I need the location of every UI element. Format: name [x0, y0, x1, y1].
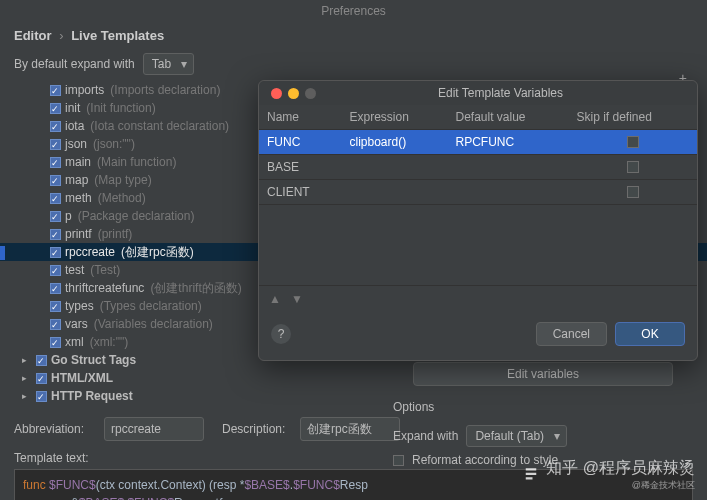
- enable-checkbox[interactable]: [50, 337, 61, 348]
- zhihu-icon: [522, 466, 540, 484]
- watermark: 知乎 @程序员麻辣烫 @稀金技术社区: [522, 458, 695, 492]
- col-name[interactable]: Name: [259, 105, 342, 130]
- breadcrumb: Editor › Live Templates: [0, 22, 707, 49]
- enable-checkbox[interactable]: [50, 103, 61, 114]
- table-row[interactable]: FUNCclipboard()RPCFUNC: [259, 130, 697, 155]
- chevron-right-icon: ▸: [22, 389, 32, 404]
- reformat-checkbox[interactable]: [393, 455, 404, 466]
- skip-checkbox[interactable]: [627, 161, 639, 173]
- dialog-ok-button[interactable]: OK: [615, 322, 685, 346]
- abbreviation-label: Abbreviation:: [14, 422, 96, 436]
- enable-checkbox[interactable]: [50, 211, 61, 222]
- enable-checkbox[interactable]: [36, 373, 47, 384]
- minimize-icon[interactable]: [288, 88, 299, 99]
- preferences-title: Preferences: [0, 0, 707, 22]
- enable-checkbox[interactable]: [50, 121, 61, 132]
- chevron-right-icon: ▸: [22, 353, 32, 368]
- enable-checkbox[interactable]: [50, 319, 61, 330]
- dialog-title: Edit Template Variables: [316, 86, 685, 100]
- help-button[interactable]: ?: [271, 324, 291, 344]
- col-expression[interactable]: Expression: [342, 105, 448, 130]
- breadcrumb-live-templates: Live Templates: [71, 28, 164, 43]
- breadcrumb-editor[interactable]: Editor: [14, 28, 52, 43]
- skip-checkbox[interactable]: [627, 186, 639, 198]
- enable-checkbox[interactable]: [50, 85, 61, 96]
- abbreviation-input[interactable]: [104, 417, 204, 441]
- enable-checkbox[interactable]: [50, 301, 61, 312]
- edit-variables-button[interactable]: Edit variables: [413, 362, 673, 386]
- enable-checkbox[interactable]: [36, 391, 47, 402]
- enable-checkbox[interactable]: [50, 139, 61, 150]
- expand-with-option-label: Expand with: [393, 429, 458, 443]
- dialog-cancel-button[interactable]: Cancel: [536, 322, 607, 346]
- enable-checkbox[interactable]: [50, 175, 61, 186]
- variables-table: Name Expression Default value Skip if de…: [259, 105, 697, 205]
- enable-checkbox[interactable]: [50, 229, 61, 240]
- table-row[interactable]: CLIENT: [259, 180, 697, 205]
- zoom-icon: [305, 88, 316, 99]
- description-input[interactable]: [300, 417, 400, 441]
- close-icon[interactable]: [271, 88, 282, 99]
- chevron-right-icon: ›: [59, 28, 63, 43]
- move-down-icon[interactable]: ▼: [291, 292, 303, 306]
- edit-template-variables-dialog: Edit Template Variables Name Expression …: [258, 80, 698, 361]
- enable-checkbox[interactable]: [50, 157, 61, 168]
- chevron-right-icon: ▸: [22, 371, 32, 386]
- description-label: Description:: [222, 422, 292, 436]
- options-heading: Options: [393, 400, 693, 414]
- selection-indicator: [0, 246, 5, 260]
- enable-checkbox[interactable]: [50, 283, 61, 294]
- col-default-value[interactable]: Default value: [448, 105, 569, 130]
- expand-with-select[interactable]: Tab: [143, 53, 194, 75]
- col-skip[interactable]: Skip if defined: [568, 105, 697, 130]
- enable-checkbox[interactable]: [50, 193, 61, 204]
- skip-checkbox[interactable]: [627, 136, 639, 148]
- move-up-icon[interactable]: ▲: [269, 292, 281, 306]
- expand-with-option-select[interactable]: Default (Tab): [466, 425, 567, 447]
- enable-checkbox[interactable]: [50, 265, 61, 276]
- enable-checkbox[interactable]: [36, 355, 47, 366]
- enable-checkbox[interactable]: [50, 247, 61, 258]
- expand-with-label: By default expand with: [14, 57, 135, 71]
- table-row[interactable]: BASE: [259, 155, 697, 180]
